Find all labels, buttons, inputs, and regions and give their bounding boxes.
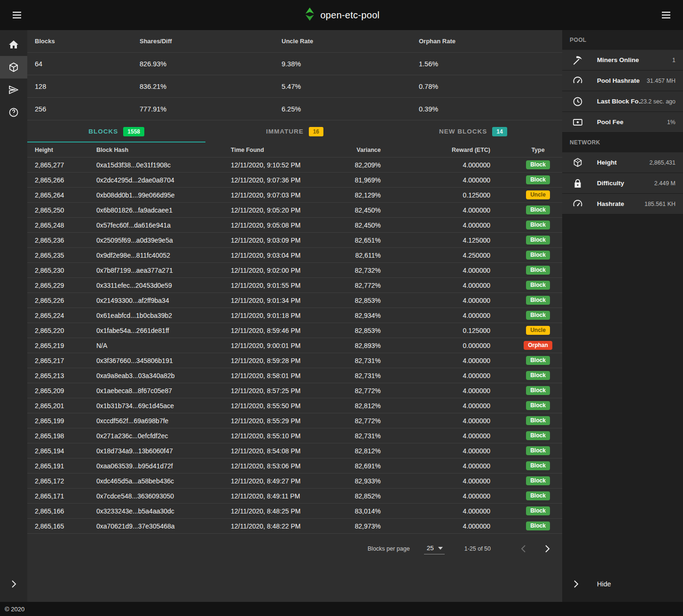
block-height: 2,865,209 [27,387,89,395]
block-time-found: 12/11/2020, 8:53:06 PM [223,462,345,470]
stats-orphan-rate-value: 0.78% [411,83,562,90]
expand-rail-button[interactable] [0,573,27,595]
stats-blocks-value: 128 [27,83,132,90]
page-range-label: 1-25 of 50 [464,545,491,552]
block-row: 2,865,248 0x57fec60f...da616e941a 12/11/… [27,218,562,233]
block-time-found: 12/11/2020, 9:01:18 PM [223,312,345,319]
block-type-badge: Block [526,491,550,500]
col-variance: Variance [345,147,385,153]
block-variance: 81,969% [345,176,385,184]
block-time-found: 12/11/2020, 8:55:29 PM [223,417,345,425]
network-difficulty-label: Difficulty [597,180,624,187]
hide-panel-button[interactable]: Hide [562,573,683,595]
app-root: open-etc-pool [0,0,683,616]
block-hash: 0x9df2e98e...811fc40052 [89,252,223,259]
per-page-select[interactable]: 25 [424,543,445,554]
block-height: 2,865,264 [27,191,89,199]
miners-online-value: 1 [672,57,675,63]
nav-blocks-button[interactable] [0,56,27,79]
miners-online-label: Miners Online [597,56,639,63]
block-height: 2,865,201 [27,402,89,410]
nav-help-button[interactable] [0,101,27,124]
hide-panel-label: Hide [597,580,611,588]
block-row: 2,865,209 0x1aebeca8...8f67c05e87 12/11/… [27,383,562,398]
block-row: 2,865,226 0x21493300...af2ff9ba34 12/11/… [27,293,562,308]
block-reward: 4.000000 [385,372,498,379]
tab-new-blocks-count-badge: 14 [492,127,507,136]
block-time-found: 12/11/2020, 9:10:52 PM [223,161,345,169]
block-hash: 0x6b801826...fa9adcaee1 [89,206,223,214]
tab-immature-count-badge: 16 [309,127,323,136]
pool-section-title: POOL [562,30,683,50]
tab-immature-label: IMMATURE [266,128,304,135]
block-height: 2,865,277 [27,161,89,169]
block-height: 2,865,248 [27,221,89,229]
block-hash: 0x3233243e...b5a4aa30dc [89,507,223,515]
network-hashrate-item: Hashrate 185.561 KH [562,194,683,214]
stats-shares-diff-value: 777.91% [132,105,274,113]
block-hash: 0x21493300...af2ff9ba34 [89,297,223,304]
footer: © 2020 [0,602,683,616]
nav-payments-button[interactable] [0,79,27,101]
block-row: 2,865,266 0x2dc4295d...2dae0a8704 12/11/… [27,173,562,188]
block-row: 2,865,217 0x3f367660...345806b191 12/11/… [27,353,562,368]
right-menu-button[interactable] [657,6,675,24]
tab-blocks[interactable]: BLOCKS 1558 [27,120,205,142]
block-row: 2,865,230 0x7b8f7199...aea377a271 12/11/… [27,263,562,278]
block-variance: 82,933% [345,477,385,485]
block-reward: 4.000000 [385,447,498,455]
col-height: Height [27,147,89,153]
block-reward: 4.000000 [385,297,498,304]
block-type-badge: Block [526,431,550,440]
block-type-badge: Block [526,160,550,169]
chevron-right-icon [542,543,553,554]
block-hash: 0x1b31b734...69c1d45ace [89,402,223,410]
block-reward: 4.000000 [385,432,498,440]
block-time-found: 12/11/2020, 8:49:11 PM [223,492,345,500]
block-reward: 4.000000 [385,312,498,319]
block-variance: 82,893% [345,342,385,349]
chevron-right-icon [570,578,581,590]
main-content: Blocks Shares/Diff Uncle Rate Orphan Rat… [27,30,562,602]
block-reward: 4.000000 [385,477,498,485]
block-reward: 4.000000 [385,402,498,410]
block-variance: 82,209% [345,161,385,169]
block-type-badge: Block [526,296,550,305]
block-row: 2,865,250 0x6b801826...fa9adcaee1 12/11/… [27,203,562,218]
block-type-badge: Block [526,476,550,485]
block-reward: 0.125000 [385,191,498,199]
block-time-found: 12/11/2020, 8:57:25 PM [223,387,345,395]
block-height: 2,865,230 [27,267,89,274]
block-height: 2,865,172 [27,477,89,485]
next-page-button[interactable] [539,540,556,557]
pool-fee-item: Pool Fee 1% [562,112,683,133]
col-type: Type [498,147,562,153]
block-time-found: 12/11/2020, 8:58:01 PM [223,372,345,379]
tab-blocks-label: BLOCKS [88,128,118,135]
nav-home-button[interactable] [0,33,27,56]
block-time-found: 12/11/2020, 9:05:08 PM [223,221,345,229]
pagination-bar: Blocks per page 25 1-25 of 50 [27,536,562,562]
prev-page-button[interactable] [515,540,532,557]
block-height: 2,865,199 [27,417,89,425]
block-hash: 0x3f367660...345806b191 [89,357,223,364]
right-stats-panel: POOL Miners Online 1 Pool Hashrate 31.45… [562,30,683,602]
help-icon [8,107,19,118]
block-height: 2,865,165 [27,522,89,530]
etc-logo-icon [303,7,315,23]
block-hash: 0x7cdce548...3636093050 [89,492,223,500]
block-type-badge: Block [526,446,550,455]
block-type-badge: Orphan [524,341,552,350]
tab-new-blocks[interactable]: NEW BLOCKS 14 [384,120,562,142]
block-row: 2,865,171 0x7cdce548...3636093050 12/11/… [27,489,562,504]
block-reward: 4.125000 [385,237,498,244]
network-hashrate-value: 185.561 KH [644,201,675,207]
block-type-badge: Block [526,401,550,410]
tab-immature[interactable]: IMMATURE 16 [205,120,384,142]
stats-header-row: Blocks Shares/Diff Uncle Rate Orphan Rat… [27,30,562,53]
block-time-found: 12/11/2020, 8:59:28 PM [223,357,345,364]
block-height: 2,865,194 [27,447,89,455]
miners-online-item: Miners Online 1 [562,50,683,71]
left-menu-button[interactable] [8,6,26,24]
hamburger-icon [660,9,672,21]
